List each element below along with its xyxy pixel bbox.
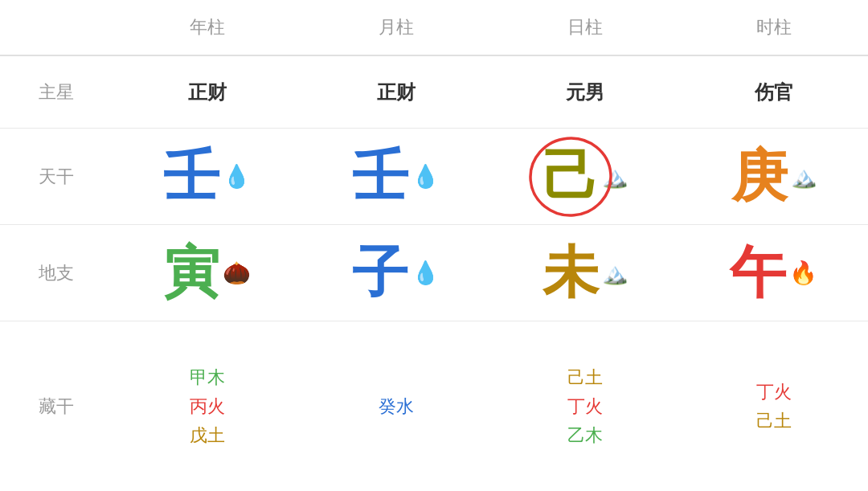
canggan-nian: 甲木 丙火 戊土 [113,321,301,491]
canggan-ri: 己土 丁火 乙木 [490,321,679,491]
dizhi-ri: 未 🏔️ [490,225,679,321]
header-nian: 年柱 [113,0,301,56]
tiangan-ri: 己 🏔️ [490,129,679,225]
header-yue: 月柱 [301,0,490,56]
bazi-table: 年柱 月柱 日柱 时柱 主星 正财 正财 元男 伤官 天干 壬 💧 壬 💧 [0,0,868,491]
label-canggan: 藏干 [0,321,113,491]
dizhi-yue: 子 💧 [301,225,490,321]
header-shi: 时柱 [679,0,868,56]
label-zhuxing: 主星 [0,56,113,129]
zhuxing-yue: 正财 [301,56,490,129]
tiangan-ri-circled: 己 [542,139,599,215]
canggan-yue: 癸水 [301,321,490,491]
label-tiangan: 天干 [0,129,113,225]
header-ri: 日柱 [490,0,679,56]
tiangan-nian: 壬 💧 [113,129,301,225]
dizhi-nian: 寅 🌰 [113,225,301,321]
label-dizhi: 地支 [0,225,113,321]
zhuxing-shi: 伤官 [679,56,868,129]
dizhi-shi: 午 🔥 [679,225,868,321]
zhuxing-ri: 元男 [490,56,679,129]
tiangan-yue: 壬 💧 [301,129,490,225]
canggan-shi: 丁火 己土 [679,321,868,491]
tiangan-shi: 庚 🏔️ [679,129,868,225]
header-label [0,0,113,56]
zhuxing-nian: 正财 [113,56,301,129]
